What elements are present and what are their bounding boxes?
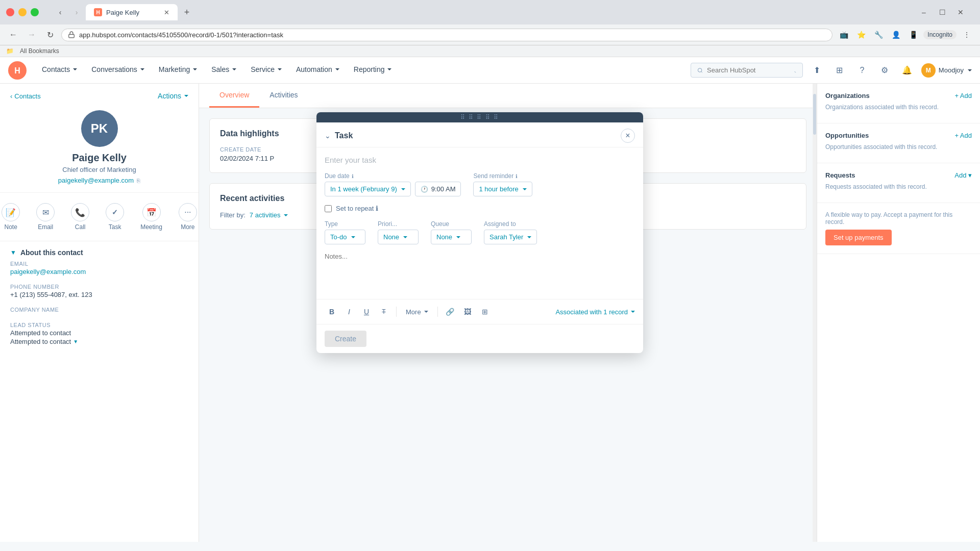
time-btn[interactable]: 🕐 9:00 AM [415,182,461,196]
reload-btn[interactable]: ↻ [43,28,57,42]
nav-marketing[interactable]: Marketing [152,57,204,84]
nav-conversations[interactable]: Conversations [84,57,152,84]
nav-contacts[interactable]: Contacts [35,57,84,84]
reminder-btn[interactable]: 1 hour before [473,182,532,196]
nav-sales[interactable]: Sales [204,57,243,84]
create-btn[interactable]: Create [325,331,366,347]
repeat-info-icon: ℹ [376,205,378,212]
bookmarks-bar: 📁 All Bookmarks [0,45,980,57]
actions-button[interactable]: Actions [158,92,188,100]
browser-minimize-window-btn[interactable]: – [917,5,931,19]
tab-forward-btn[interactable]: › [69,5,84,19]
bookmark-icon[interactable]: ⭐ [854,28,868,42]
due-date-btn[interactable]: In 1 week (February 9) [325,182,411,196]
help-icon[interactable]: ? [854,62,870,79]
call-button[interactable]: 📞 Call [65,199,95,235]
strikethrough-btn[interactable]: T [377,305,391,319]
user-menu[interactable]: M Moodjoy [921,63,972,78]
opportunities-title: Opportunities [825,132,869,139]
due-date-group: Due date ℹ In 1 week (February 9) 🕐 9:00… [325,172,461,196]
associated-record-btn[interactable]: Associated with 1 record [555,308,635,316]
profile-icon[interactable]: 👤 [889,28,903,42]
image-btn[interactable]: 🖼 [460,305,475,319]
svg-point-3 [698,68,701,71]
about-section-header[interactable]: ▼ About this contact [0,241,199,261]
reminder-caret-icon [523,188,527,190]
nav-service[interactable]: Service [243,57,289,84]
reminder-value: 1 hour before [479,185,518,193]
new-tab-btn[interactable]: + [180,5,194,19]
priority-btn[interactable]: None [378,230,419,244]
tab-close-btn[interactable]: ✕ [164,9,169,16]
meeting-button[interactable]: 📅 Meeting [134,199,168,235]
forward-btn[interactable]: → [24,28,39,42]
back-btn[interactable]: ← [6,28,20,42]
copy-email-icon[interactable]: ⎘ [137,178,140,184]
note-button[interactable]: 📝 Note [0,199,26,235]
marketplace-icon[interactable]: ⊞ [831,62,848,79]
tablet-icon[interactable]: 📱 [906,28,920,42]
task-button[interactable]: ✓ Task [100,199,130,235]
email-icon: ✉ [36,203,55,221]
tab-back-btn[interactable]: ‹ [53,5,67,19]
search-input[interactable] [707,66,787,74]
search-box[interactable] [691,63,803,78]
filter-activities-btn[interactable]: 7 activities [250,211,288,219]
about-chevron-icon: ▼ [10,249,16,256]
modal-drag-handle[interactable]: ⠿ ⠿ ⠿ ⠿ ⠿ [316,112,643,122]
assigned-btn[interactable]: Sarah Tyler [484,230,537,244]
italic-btn[interactable]: I [342,305,356,319]
back-chevron-icon: ‹ [10,92,12,100]
email-button[interactable]: ✉ Email [30,199,61,235]
type-btn[interactable]: To-do [325,230,365,244]
cast-icon[interactable]: 📺 [837,28,851,42]
upgrade-icon[interactable]: ⬆ [809,62,825,79]
underline-btn[interactable]: U [359,305,374,319]
opportunities-text: Opportunities associated with this recor… [825,143,972,151]
browser-restore-btn[interactable]: ☐ [935,5,949,19]
contact-name: Paige Kelly [72,152,127,164]
opportunities-add-btn[interactable]: + Add [954,132,972,139]
requests-add-btn[interactable]: Add ▾ [954,171,972,179]
table-btn[interactable]: ⊞ [478,305,492,319]
modal-close-btn[interactable]: × [621,129,635,143]
browser-close-window-btn[interactable]: ✕ [953,5,968,19]
active-tab[interactable]: H Paige Kelly ✕ [86,4,178,20]
set-up-payments-btn[interactable]: Set up payments [825,230,892,245]
more-format-btn[interactable]: More [402,306,432,318]
toolbar-divider-2 [437,307,438,317]
all-bookmarks-label[interactable]: All Bookmarks [20,47,59,55]
notifications-icon[interactable]: 🔔 [899,62,915,79]
browser-close-btn[interactable] [6,8,14,16]
organizations-section: Organizations + Add Organizations associ… [817,84,980,123]
bold-btn[interactable]: B [325,305,339,319]
requests-header: Requests Add ▾ [825,171,972,179]
email-value[interactable]: paigekelly@example.com [58,177,134,184]
hubspot-logo[interactable]: H [8,61,27,80]
call-label: Call [75,223,86,231]
settings-icon[interactable]: ⚙ [876,62,893,79]
lead-dropdown-icon[interactable]: ▼ [73,339,78,344]
more-button[interactable]: ··· More [173,199,199,235]
notes-textarea[interactable] [325,253,635,283]
phone-prop-label: Phone number [10,284,188,290]
nav-automation[interactable]: Automation [289,57,347,84]
tab-activities[interactable]: Activities [259,84,308,108]
organizations-add-btn[interactable]: + Add [954,92,972,99]
filter-prefix: Filter by: [220,211,246,219]
nav-reporting[interactable]: Reporting [347,57,399,84]
repeat-checkbox[interactable] [325,205,332,212]
tab-overview[interactable]: Overview [209,84,259,108]
task-label: Task [109,223,121,231]
modal-collapse-btn[interactable]: ⌄ [325,132,331,140]
queue-btn[interactable]: None [431,230,472,244]
task-name-input[interactable] [325,156,635,164]
address-bar[interactable]: app.hubspot.com/contacts/45105500/record… [61,29,832,41]
scroll-thumb[interactable] [813,94,816,135]
back-to-contacts[interactable]: ‹ Contacts [10,92,41,100]
extension-icon[interactable]: 🔧 [871,28,886,42]
link-btn[interactable]: 🔗 [443,305,457,319]
browser-minimize-btn[interactable] [18,8,27,16]
menu-btn[interactable]: ⋮ [960,28,974,42]
browser-maximize-btn[interactable] [31,8,39,16]
